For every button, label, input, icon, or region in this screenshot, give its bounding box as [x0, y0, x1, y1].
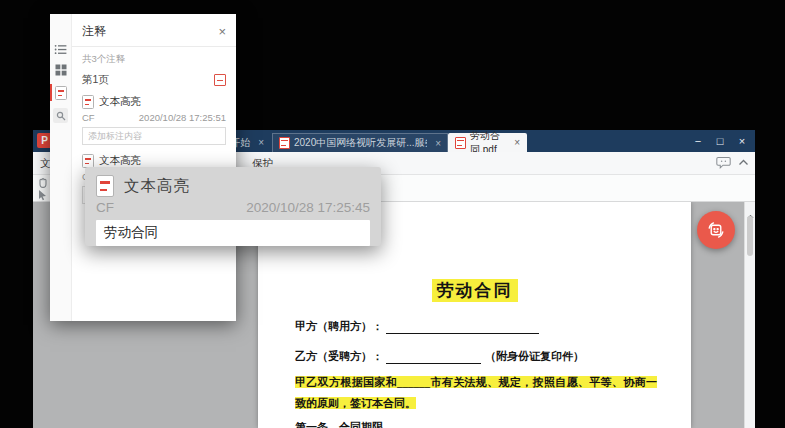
annotation-author: CF	[82, 112, 95, 123]
text-highlight-icon	[82, 95, 94, 109]
panel-title: 注释	[82, 23, 106, 40]
collapse-ribbon-chevron-up-icon[interactable]	[738, 159, 749, 166]
sidebar-search-icon[interactable]	[50, 108, 71, 123]
text-highlight-icon-large	[96, 175, 114, 197]
pdf-file-icon	[279, 137, 290, 149]
party-a-label: 甲方（聘用方）：	[295, 320, 383, 332]
page-group-row[interactable]: 第1页	[82, 73, 226, 87]
collapse-group-icon[interactable]	[214, 74, 226, 86]
text-highlight-icon	[82, 154, 94, 168]
page-group-label: 第1页	[82, 73, 109, 87]
popup-timestamp: 2020/10/28 17:25:45	[246, 200, 370, 215]
party-b-line: 乙方（受聘方）：（附身份证复印件）	[295, 349, 584, 364]
search-icon	[53, 108, 68, 123]
highlighted-clause-text: 甲乙双方根据国家和______市有关法规、规定，按照自愿、平等、协商一致的原则，…	[295, 376, 657, 409]
tab-bar: 开始 × 2020中国网络视听发展研...服务协会-2020.pdf × 劳动合…	[196, 133, 527, 152]
party-b-label: 乙方（受聘方）：	[295, 350, 383, 362]
vertical-scrollbar[interactable]	[744, 202, 755, 428]
tab-close-icon[interactable]: ×	[258, 137, 264, 148]
panel-header: 注释 ×	[72, 14, 236, 46]
panel-sidebar	[50, 14, 72, 321]
maximize-button[interactable]: □	[709, 130, 731, 152]
annotation-detail-popup: 文本高亮 CF 2020/10/28 17:25:45 劳动合同	[85, 167, 381, 246]
party-a-blank-line	[386, 322, 539, 334]
popup-note-content[interactable]: 劳动合同	[96, 220, 370, 246]
menu-item-file[interactable]: 文	[40, 157, 51, 171]
window-controls: − □ ×	[687, 130, 753, 152]
party-b-note: （附身份证复印件）	[485, 350, 584, 362]
sidebar-annotations-icon-selected[interactable]	[50, 86, 71, 100]
contract-clause: 甲乙双方根据国家和______市有关法规、规定，按照自愿、平等、协商一致的原则，…	[295, 372, 657, 414]
tab-close-icon[interactable]: ×	[435, 138, 441, 149]
scan-face-icon	[705, 219, 727, 241]
tab-labor-contract-active[interactable]: 劳动合同.pdf ×	[448, 133, 527, 152]
hand-tool-icon[interactable]	[37, 177, 49, 189]
pdf-file-icon	[455, 137, 466, 149]
comment-bubble-icon[interactable]	[716, 156, 731, 169]
tab-close-icon[interactable]: ×	[514, 137, 520, 148]
sidebar-thumbnails-grid-icon[interactable]	[50, 64, 71, 76]
scrollbar-thumb[interactable]	[747, 216, 753, 256]
tab-document-2020-report[interactable]: 2020中国网络视听发展研...服务协会-2020.pdf ×	[272, 133, 448, 152]
selected-indicator-bar	[50, 84, 52, 101]
annotation-page-icon	[55, 86, 67, 100]
select-cursor-icon[interactable]	[37, 189, 48, 201]
party-b-blank-line	[386, 352, 481, 364]
popup-annotation-type: 文本高亮	[124, 176, 190, 197]
annotation-note-input[interactable]	[82, 127, 226, 145]
minimize-button[interactable]: −	[687, 130, 709, 152]
tab-label: 2020中国网络视听发展研...服务协会-2020.pdf	[294, 136, 427, 150]
floating-action-button[interactable]	[697, 211, 735, 249]
party-a-line: 甲方（聘用方）：	[295, 319, 539, 334]
sidebar-bookmarks-list-icon[interactable]	[50, 44, 71, 55]
annotation-type: 文本高亮	[99, 154, 141, 168]
contract-title: 劳动合同	[258, 279, 691, 302]
annotation-count: 共3个注释	[82, 53, 226, 66]
section-heading-partial: 第一条 合同期限	[295, 420, 383, 428]
screenshot-stage: P 开始 × 2020中国网络视听发展研...服务协会-2020.pdf × 劳…	[0, 0, 785, 428]
popup-author: CF	[96, 200, 114, 215]
annotation-timestamp: 2020/10/28 17:25:51	[139, 112, 226, 123]
highlighted-title-text: 劳动合同	[432, 279, 518, 302]
annotation-type: 文本高亮	[99, 95, 141, 109]
close-button[interactable]: ×	[731, 130, 753, 152]
annotation-entry[interactable]: 文本高亮 CF 2020/10/28 17:25:51	[82, 95, 226, 145]
panel-close-icon[interactable]: ×	[218, 27, 226, 37]
